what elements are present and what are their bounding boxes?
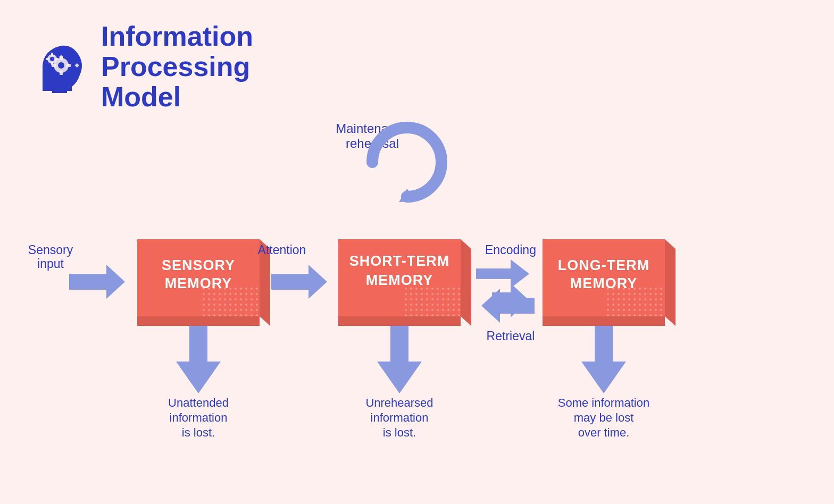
sensory-box-dots (202, 287, 260, 316)
sensory-memory-label: SENSORY (162, 257, 235, 273)
stm-box-dots (403, 287, 461, 316)
svg-point-10 (50, 57, 54, 61)
svg-rect-14 (55, 58, 59, 60)
header: Information Processing Model (0, 0, 834, 123)
unattended-label: Unattended (168, 396, 229, 409)
long-term-label: LONG-TERM (558, 257, 649, 273)
stm-down-arrow (377, 326, 422, 393)
unattended-label2: information (170, 411, 228, 424)
retrieval-label: Retrieval (487, 329, 535, 343)
stm-box-bottom (338, 316, 461, 326)
unrehearsed-label: Unrehearsed (365, 396, 433, 409)
svg-point-2 (58, 62, 64, 69)
encoding-arrow (476, 259, 529, 288)
svg-rect-0 (52, 87, 67, 93)
stm-box-right (461, 239, 471, 326)
some-info-label: Some information (558, 396, 649, 409)
sensory-down-arrow (176, 326, 221, 393)
ltm-box-dots (606, 287, 665, 316)
ltm-down-arrow (581, 326, 626, 393)
unattended-label3: is lost. (182, 426, 215, 439)
sensory-box-bottom (137, 316, 260, 326)
svg-rect-11 (51, 53, 53, 56)
short-term-label2: MEMORY (366, 272, 433, 288)
attention-arrow (271, 265, 327, 299)
circular-arrow (372, 128, 441, 202)
ltm-box-bottom (543, 316, 665, 326)
sensory-input-label: Sensory (28, 243, 73, 257)
svg-rect-12 (51, 62, 53, 65)
main-svg-diagram: Maintenance rehearsal Sensory input SENS… (0, 117, 834, 463)
unrehearsed-label2: information (371, 411, 429, 424)
short-term-label: SHORT-TERM (349, 253, 450, 269)
long-term-label2: MEMORY (570, 275, 638, 291)
some-info-label3: over time. (578, 426, 630, 439)
svg-rect-13 (46, 58, 49, 60)
svg-rect-4 (60, 71, 63, 75)
unrehearsed-label3: is lost. (383, 426, 416, 439)
page-title: Information Processing Model (101, 21, 253, 113)
encoding-label: Encoding (485, 243, 536, 257)
sensory-input-label2: input (37, 257, 64, 271)
some-info-label2: may be lost (574, 411, 634, 424)
sensory-input-arrow (69, 265, 125, 299)
attention-label: Attention (258, 243, 306, 257)
sensory-memory-label2: MEMORY (165, 275, 232, 291)
brain-icon (32, 38, 90, 96)
svg-rect-6 (66, 64, 71, 67)
ltm-box-right (665, 239, 675, 326)
diagram-container: Information Processing Model Maintenance… (0, 0, 834, 504)
